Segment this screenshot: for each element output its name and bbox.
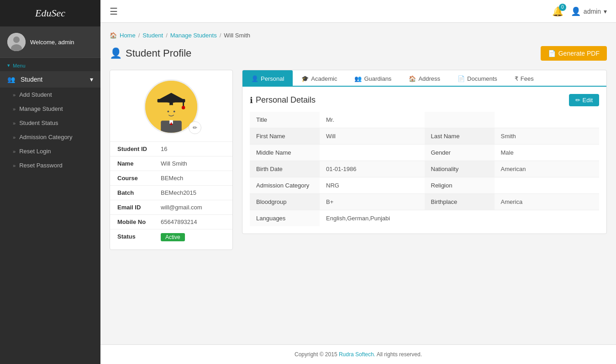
guardians-tab-label: Guardians [364, 75, 391, 82]
home-icon: 🏠 [110, 32, 117, 39]
personal-tab-icon: 👤 [251, 75, 258, 82]
hamburger-icon[interactable]: ☰ [110, 6, 118, 17]
student-card: ✏ Student ID 16 Name Will Smith Course B… [110, 70, 233, 250]
fees-tab-icon: ₹ [515, 75, 518, 82]
tab-address[interactable]: 🏠 Address [400, 70, 449, 87]
edit-photo-button[interactable]: ✏ [189, 121, 201, 134]
sidebar-item-label: Student Status [19, 120, 58, 126]
academic-tab-label: Academic [311, 75, 337, 82]
user-icon: 👤 [571, 6, 581, 16]
table-row: First Name Will Last Name Smith [250, 128, 599, 145]
sidebar-item-reset-password[interactable]: » Reset Password [0, 158, 100, 172]
admin-label: admin [584, 8, 601, 15]
sidebar-item-add-student[interactable]: » Add Student [0, 88, 100, 102]
field-label: Birthplace [425, 194, 495, 210]
tab-academic[interactable]: 🎓 Academic [293, 70, 346, 87]
field-label: Gender [425, 145, 495, 161]
field-value: NRG [320, 177, 425, 194]
field-value: B+ [320, 194, 425, 210]
menu-label: ▾ Menu [0, 58, 100, 71]
batch-row: Batch BEMech2015 [110, 185, 232, 200]
page-title: 👤 Student Profile [110, 47, 191, 59]
edit-button-icon: ✏ [575, 97, 580, 104]
student-name-row: Name Will Smith [110, 156, 232, 171]
student-id-label: Student ID [117, 146, 161, 152]
tabs: 👤 Personal 🎓 Academic 👥 Guardians 🏠 Addr… [242, 70, 606, 87]
table-row: Birth Date 01-01-1986 Nationality Americ… [250, 161, 599, 177]
sidebar-item-label: Add Student [19, 91, 52, 98]
personal-tab-label: Personal [261, 75, 284, 82]
table-row: Bloodgroup B+ Birthplace America [250, 194, 599, 210]
field-label: Last Name [425, 128, 495, 145]
svg-point-11 [174, 111, 175, 113]
mobile-value: 65647893214 [161, 218, 197, 225]
profile-area: 👤 Personal 🎓 Academic 👥 Guardians 🏠 Addr… [242, 70, 607, 234]
page-title-text: Student Profile [126, 47, 191, 59]
tab-content: ℹ Personal Details ✏ Edit Title Mr. [242, 87, 606, 234]
field-value [495, 177, 600, 194]
arrow-icon: » [13, 120, 16, 126]
footer-company-link[interactable]: Rudra Softech. [339, 351, 375, 358]
sidebar-item-admission-category[interactable]: » Admission Category [0, 130, 100, 144]
email-row: Email ID will@gmail.com [110, 200, 232, 214]
sidebar-item-student-status[interactable]: » Student Status [0, 116, 100, 130]
breadcrumb-student[interactable]: Student [142, 32, 163, 39]
tab-personal[interactable]: 👤 Personal [242, 70, 293, 87]
user-menu[interactable]: 👤 admin ▾ [571, 6, 607, 16]
section-chevron-icon: ▾ [90, 76, 93, 83]
topbar-left: ☰ [110, 6, 118, 17]
page-header: 👤 Student Profile 📄 Generate PDF [110, 46, 607, 61]
svg-point-1 [13, 36, 20, 43]
app-logo: EduSec [0, 0, 100, 26]
mobile-label: Mobile No [117, 218, 161, 225]
edit-button-label: Edit [583, 97, 593, 104]
tab-fees[interactable]: ₹ Fees [506, 70, 542, 87]
svg-point-9 [163, 105, 179, 120]
table-row: Title Mr. [250, 112, 599, 128]
sidebar-item-label: Reset Login [19, 148, 51, 155]
topbar-right: 🔔 0 👤 admin ▾ [552, 6, 607, 17]
sidebar-item-label: Admission Category [19, 134, 72, 140]
footer-text: Copyright © 2015 [295, 351, 337, 358]
breadcrumb-sep: / [166, 32, 168, 39]
status-row: Status Active [110, 229, 232, 245]
content-area: 🏠 Home / Student / Manage Students / Wil… [100, 23, 616, 344]
generate-pdf-button[interactable]: 📄 Generate PDF [541, 46, 607, 61]
topbar: ☰ 🔔 0 👤 admin ▾ [100, 0, 616, 23]
tab-guardians[interactable]: 👥 Guardians [346, 70, 400, 87]
student-section[interactable]: 👥 Student ▾ [0, 71, 100, 88]
name-value: Will Smith [161, 160, 187, 167]
sidebar-item-manage-student[interactable]: » Manage Student [0, 102, 100, 116]
sidebar: EduSec Welcome, admin ▾ Menu 👥 Student ▾… [0, 0, 100, 364]
page-title-icon: 👤 [110, 47, 122, 59]
personal-details-header: ℹ Personal Details ✏ Edit [250, 94, 599, 106]
batch-label: Batch [117, 189, 161, 196]
notification-bell[interactable]: 🔔 0 [552, 6, 563, 17]
edit-button[interactable]: ✏ Edit [569, 94, 599, 106]
field-label: Birth Date [250, 161, 320, 177]
field-label: Admission Category [250, 177, 320, 194]
field-label: Languages [250, 210, 320, 227]
svg-point-7 [182, 106, 185, 109]
field-label: Religion [425, 177, 495, 194]
user-profile: Welcome, admin [0, 26, 100, 58]
student-photo-container: ✏ [110, 79, 232, 134]
address-tab-label: Address [418, 75, 440, 82]
documents-tab-icon: 📄 [458, 75, 465, 82]
breadcrumb-home[interactable]: Home [120, 32, 136, 39]
address-tab-icon: 🏠 [409, 75, 416, 82]
personal-details-title-text: Personal Details [256, 95, 316, 105]
field-label: Middle Name [250, 145, 320, 161]
chevron-icon: ▾ [7, 62, 10, 68]
breadcrumb: 🏠 Home / Student / Manage Students / Wil… [110, 32, 607, 39]
mobile-row: Mobile No 65647893214 [110, 214, 232, 229]
tab-documents[interactable]: 📄 Documents [449, 70, 506, 87]
footer-suffix: All rights reserved. [377, 351, 422, 358]
breadcrumb-manage-students[interactable]: Manage Students [170, 32, 217, 39]
status-label: Status [117, 233, 161, 241]
field-label: Bloodgroup [250, 194, 320, 210]
sidebar-item-reset-login[interactable]: » Reset Login [0, 144, 100, 158]
course-row: Course BEMech [110, 171, 232, 185]
field-value: Male [495, 145, 600, 161]
field-label: Nationality [425, 161, 495, 177]
